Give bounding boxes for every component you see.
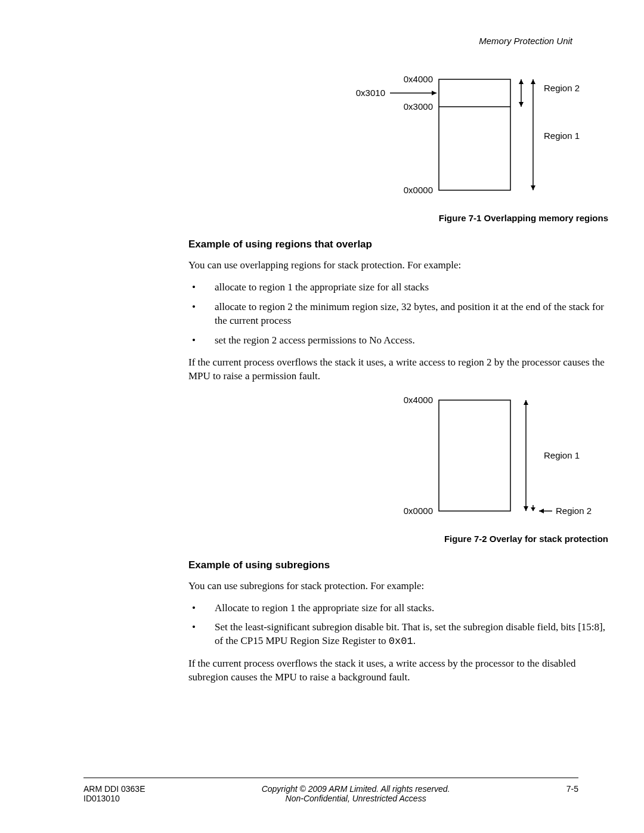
addr-pointer-label: 0x3010 [356,88,385,98]
heading-overlap-example: Example of using regions that overlap [188,239,612,250]
svg-rect-0 [439,79,510,190]
figure-7-2: 0x4000 0x0000 Region 1 Region 2 Figure 7… [188,394,612,544]
heading-subregions-example: Example of using subregions [188,559,612,571]
svg-marker-13 [524,506,528,511]
bullet-list: Allocate to region 1 the appropriate siz… [188,602,612,649]
overlapping-regions-diagram: 0x4000 0x3000 0x0000 0x3010 Region 2 Reg… [314,73,612,197]
doc-id: ARM DDI 0363E [83,784,145,794]
body-text: You can use overlapping regions for stac… [188,259,612,272]
stack-protection-diagram: 0x4000 0x0000 Region 1 Region 2 [314,394,612,518]
figure-caption: Figure 7-1 Overlapping memory regions [188,213,612,223]
svg-marker-5 [519,79,524,84]
svg-rect-10 [439,400,510,511]
addr-label: 0x4000 [404,395,433,405]
list-item: allocate to region 1 the appropriate siz… [188,281,612,295]
page-footer: ARM DDI 0363E ID013010 Copyright © 2009 … [83,778,578,803]
svg-marker-12 [524,400,528,405]
list-item: allocate to region 2 the minimum region … [188,301,612,328]
svg-marker-17 [531,507,535,511]
addr-label: 0x4000 [404,74,433,84]
region-label: Region 2 [556,506,592,516]
page-number: 7-5 [566,784,578,794]
svg-marker-6 [519,102,524,107]
page-header-section: Memory Protection Unit [83,36,578,46]
list-item: Set the least-significant subregion disa… [188,621,612,649]
region-label: Region 2 [544,83,580,93]
body-text: If the current process overflows the sta… [188,657,612,685]
figure-7-1: 0x4000 0x3000 0x0000 0x3010 Region 2 Reg… [188,73,612,223]
svg-marker-9 [531,185,535,190]
svg-marker-15 [539,509,544,513]
region-label: Region 1 [544,131,580,141]
region-label: Region 1 [544,450,580,460]
addr-label: 0x0000 [404,506,433,516]
figure-caption: Figure 7-2 Overlay for stack protection [188,534,612,544]
confidentiality-text: Non-Confidential, Unrestricted Access [145,794,566,803]
doc-revision: ID013010 [83,794,145,803]
addr-label: 0x0000 [404,185,433,195]
addr-label: 0x3000 [404,101,433,112]
bullet-list: allocate to region 1 the appropriate siz… [188,281,612,348]
svg-marker-3 [432,91,436,95]
copyright-text: Copyright © 2009 ARM Limited. All rights… [145,784,566,794]
body-text: You can use subregions for stack protect… [188,580,612,593]
list-item: set the region 2 access permissions to N… [188,334,612,348]
list-item: Allocate to region 1 the appropriate siz… [188,602,612,615]
svg-marker-8 [531,79,535,84]
body-text: If the current process overflows the sta… [188,356,612,383]
